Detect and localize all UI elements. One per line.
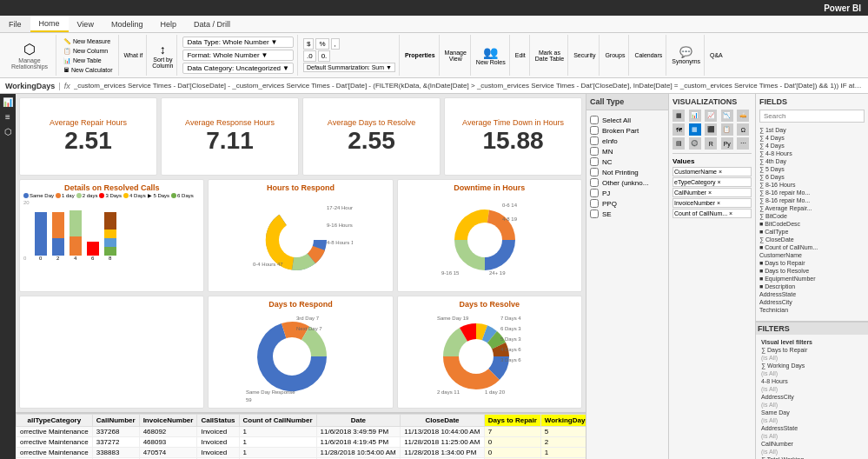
viz-icon-3[interactable]: 📈 [705, 110, 717, 122]
field-item[interactable]: ∑ 1st Day [759, 126, 865, 134]
calltype-checkbox[interactable] [590, 136, 599, 145]
col-callnumber[interactable]: CallNumber [92, 415, 139, 427]
decimal-add-btn[interactable]: .0 [303, 50, 316, 62]
tab-view[interactable]: View [69, 16, 103, 32]
manage-relationships-btn[interactable]: ⬡ Manage Relationships [9, 39, 50, 71]
new-measure-btn[interactable]: 📏New Measure [62, 37, 114, 46]
calltype-checkbox[interactable] [590, 126, 599, 135]
calltype-checkbox[interactable] [590, 147, 599, 156]
comma-btn[interactable]: , [331, 38, 340, 50]
calltype-checkbox[interactable] [590, 199, 599, 208]
viz-icon-10[interactable]: Ω [737, 123, 749, 136]
col-closedate[interactable]: CloseDate [401, 415, 485, 427]
calltype-checkbox[interactable] [590, 168, 599, 176]
field-item[interactable]: ■ Days to Repair [759, 259, 865, 267]
field-item[interactable]: AddressCity [759, 298, 865, 306]
viz-icon-6[interactable]: 🗺 [673, 123, 685, 136]
viz-icon-11[interactable]: ▤ [673, 137, 685, 150]
nav-data-icon[interactable]: ≡ [5, 112, 10, 122]
field-item[interactable]: CustomerName [759, 251, 865, 259]
calltype-item[interactable]: PPQ [590, 199, 665, 208]
field-item[interactable]: ■ EquipmentNumber [759, 275, 865, 283]
viz-icon-9[interactable]: 📋 [721, 123, 733, 136]
field-item[interactable]: ■ CallType [759, 228, 865, 236]
fields-value-item[interactable]: InvoiceNumber × [673, 198, 752, 208]
fields-value-item[interactable]: CustomerName × [673, 167, 752, 176]
col-category[interactable]: allTypeCategory [17, 415, 93, 427]
viz-icon-1[interactable]: ▦ [673, 110, 685, 122]
calltype-item[interactable]: PJ [590, 189, 665, 197]
new-roles-btn[interactable]: 👥New Roles [476, 45, 506, 65]
field-item[interactable]: ∑ BitCode [759, 212, 865, 220]
col-days-repair[interactable]: Days to Repair [484, 415, 540, 427]
format-dropdown[interactable]: Format: Whole Number ▼ [182, 50, 294, 61]
tab-modeling[interactable]: Modeling [103, 16, 152, 32]
fields-value-item[interactable]: CallNumber × [673, 188, 752, 197]
what-if-btn[interactable]: What if [124, 52, 143, 58]
calltype-checkbox[interactable] [590, 178, 599, 187]
default-summarization-dropdown[interactable]: Default Summarization: Sum ▼ [303, 63, 395, 72]
field-item[interactable]: ∑ CloseDate [759, 236, 865, 243]
calltype-checkbox[interactable] [590, 116, 599, 124]
calltype-item[interactable]: Broken Part [590, 126, 665, 135]
field-item[interactable]: ■ Count of CallNum... [759, 243, 865, 251]
field-item[interactable]: ∑ 6 Days [759, 173, 865, 181]
calltype-item[interactable]: eInfo [590, 136, 665, 145]
data-category-dropdown[interactable]: Data Category: Uncategorized ▼ [182, 63, 294, 74]
field-item[interactable]: ■ Description [759, 283, 865, 290]
calltype-item[interactable]: Not Printing [590, 168, 665, 176]
data-type-dropdown[interactable]: Data Type: Whole Number ▼ [182, 37, 294, 48]
field-item[interactable]: ∑ 8-16 Hours [759, 181, 865, 189]
new-column-btn[interactable]: 📋New Column [62, 47, 114, 56]
calltype-item[interactable]: Select All [590, 116, 665, 124]
viz-icon-4[interactable]: 📉 [721, 110, 733, 122]
calltype-item[interactable]: Other (unkno... [590, 178, 665, 187]
calltype-item[interactable]: NC [590, 157, 665, 166]
fields-value-item[interactable]: Count of CallNum... × [673, 209, 752, 218]
field-item[interactable]: ∑ 4 Days [759, 134, 865, 142]
field-item[interactable]: ∑ 5 Days [759, 165, 865, 173]
viz-icon-15[interactable]: ⋯ [737, 137, 749, 150]
field-item[interactable]: ∑ 8-16 repair Mo... [759, 189, 865, 196]
new-calculator-btn[interactable]: 🖩New Calculator [62, 66, 114, 74]
synonyms-btn[interactable]: 💬Synonyms [672, 46, 700, 64]
tab-data-drill[interactable]: Data / Drill [185, 16, 239, 32]
col-count[interactable]: Count of CallNumber [239, 415, 316, 427]
nav-report-icon[interactable]: 📊 [3, 97, 13, 107]
filter-item[interactable]: Visual level filters [759, 338, 865, 346]
field-item[interactable]: ∑ 4 Days [759, 142, 865, 150]
field-item[interactable]: ∑ Average Repair... [759, 204, 865, 212]
tab-file[interactable]: File [0, 16, 30, 32]
edit-btn[interactable]: Edit [515, 52, 526, 58]
field-item[interactable]: ∑ 8-16 repair Mo... [759, 196, 865, 204]
fields-value-item[interactable]: eTypeCategory × [673, 177, 752, 187]
calltype-item[interactable]: MN [590, 147, 665, 156]
nav-model-icon[interactable]: ⬡ [4, 127, 12, 136]
field-item[interactable]: ∑ 4th Day [759, 157, 865, 165]
calltype-checkbox[interactable] [590, 157, 599, 166]
tab-help[interactable]: Help [151, 16, 185, 32]
viz-icon-12[interactable]: 🔘 [689, 137, 701, 150]
sort-by-column-btn[interactable]: ↕Sort byColumn [152, 43, 173, 69]
viz-icon-13[interactable]: R [705, 137, 717, 150]
col-invoice[interactable]: InvoiceNumber [139, 415, 197, 427]
filter-item[interactable]: ∑ Total Working... [759, 456, 865, 459]
field-item[interactable]: ∑ 4-8 Hours [759, 150, 865, 157]
percent-btn[interactable]: % [315, 38, 328, 50]
calltype-checkbox[interactable] [590, 210, 599, 218]
viz-icon-14[interactable]: Py [721, 137, 733, 150]
field-item[interactable]: AddressState [759, 290, 865, 298]
calltype-item[interactable]: SE [590, 210, 665, 218]
tab-home[interactable]: Home [30, 16, 69, 32]
currency-btn[interactable]: $ [303, 38, 314, 50]
field-item[interactable]: ■ Days to Resolve [759, 267, 865, 275]
field-item[interactable]: Technician [759, 306, 865, 314]
calltype-checkbox[interactable] [590, 189, 599, 197]
manage-view-btn[interactable]: ManageView [445, 50, 467, 62]
filter-item[interactable]: ∑ Working Days [759, 362, 865, 369]
viz-icon-2[interactable]: 📊 [689, 110, 701, 122]
viz-icon-8[interactable]: ⬛ [705, 123, 717, 136]
viz-icon-5[interactable]: 🥧 [737, 110, 749, 122]
mark-date-btn[interactable]: Mark asDate Table [535, 50, 564, 62]
fields-search[interactable] [759, 110, 865, 123]
